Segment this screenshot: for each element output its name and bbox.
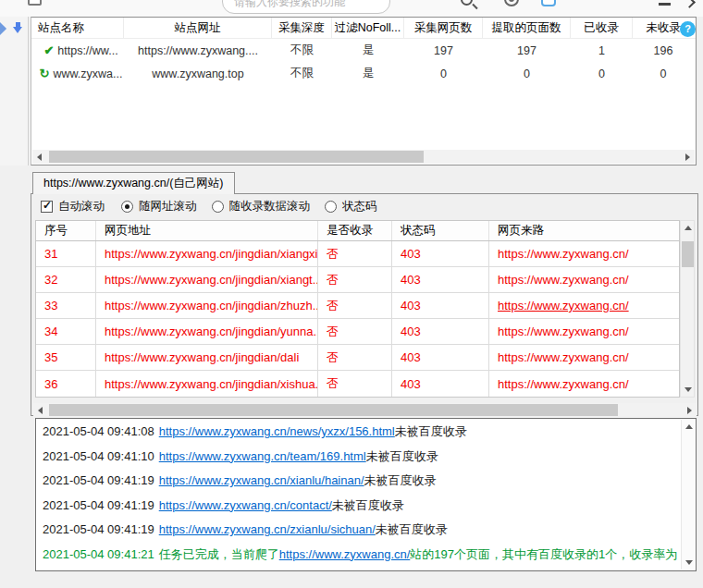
tab-site[interactable]: https://www.zyxwang.cn/(自己网站) [32, 172, 235, 194]
scroll-controls: 自动滚动 随网址滚动 随收录数据滚动 状态码 [41, 194, 377, 219]
is-indexed: 否 [318, 293, 392, 318]
sites-horizontal-scrollbar[interactable] [32, 150, 695, 164]
scroll-left-icon[interactable] [32, 150, 46, 164]
log-timestamp: 2021-05-04 09:41:08 [43, 424, 154, 438]
col-site-name[interactable]: 站点名称 [31, 18, 124, 38]
log-panel: 2021-05-04 09:41:08https://www.zyxwang.c… [35, 418, 697, 571]
arrow-up-icon[interactable] [0, 22, 6, 35]
scrollbar-thumb[interactable] [49, 151, 424, 163]
col-site-url[interactable]: 站点网址 [124, 18, 272, 38]
pages-table-body: 31 https://www.zyxwang.cn/jingdian/xiang… [36, 241, 679, 397]
top-toolbar [0, 0, 703, 17]
table-row[interactable]: 35 https://www.zyxwang.cn/jingdian/dali … [36, 345, 679, 371]
log-link[interactable]: https://www.zyxwang.cn/ [279, 547, 411, 561]
referrer: https://www.zyxwang.cn/ [489, 345, 679, 370]
col-indexed[interactable]: 已收录 [571, 18, 633, 38]
site-not-indexed: 0 [633, 67, 694, 80]
row-no: 31 [36, 241, 96, 266]
radio-option[interactable]: 随收录数据滚动 [212, 199, 311, 214]
page-url: https://www.zyxwang.cn/jingdian/xiangt..… [96, 267, 318, 292]
status-code: 403 [392, 241, 489, 266]
log-link[interactable]: https://www.zyxwang.cn/contact/ [159, 498, 332, 512]
is-indexed: 否 [318, 371, 392, 397]
col-extracted[interactable]: 提取的页面数 [483, 18, 571, 38]
site-crawled: 0 [404, 67, 483, 80]
log-entry: 2021-05-04 09:41:19https://www.zyxwang.c… [43, 518, 679, 543]
log-link[interactable]: https://www.zyxwang.cn/news/yxzx/156.htm… [159, 424, 395, 438]
is-indexed: 否 [318, 345, 392, 370]
row-no: 34 [36, 319, 96, 344]
scroll-left-icon[interactable] [33, 403, 47, 417]
scroll-up-icon[interactable] [681, 221, 695, 235]
is-indexed: 否 [318, 267, 392, 292]
table-row[interactable]: 34 https://www.zyxwang.cn/jingdian/yunna… [36, 319, 679, 345]
app-icon[interactable] [541, 0, 556, 6]
pages-table: 序号 网页地址 是否收录 状态码 网页来路 31 https://www.zyx… [35, 220, 680, 398]
table-row[interactable]: 31 https://www.zyxwang.cn/jingdian/xiang… [36, 241, 679, 267]
log-entry: 2021-05-04 09:41:08https://www.zyxwang.c… [43, 420, 679, 445]
col-referrer[interactable]: 网页来路 [489, 221, 679, 240]
log-entry: 2021-05-04 09:41:21任务已完成，当前爬了https://www… [43, 543, 679, 572]
sites-table: 站点名称 站点网址 采集深度 过滤NoFoll... 采集网页数 提取的页面数 … [31, 17, 697, 165]
col-page-url[interactable]: 网页地址 [96, 221, 318, 240]
log-entry: 2021-05-04 09:41:19https://www.zyxwang.c… [43, 469, 679, 494]
help-badge[interactable]: ? [680, 21, 696, 37]
radio-label: 状态码 [342, 199, 377, 214]
table-row[interactable]: 32 https://www.zyxwang.cn/jingdian/xiang… [36, 267, 679, 293]
site-depth: 不限 [272, 43, 332, 58]
expand-icon[interactable] [684, 0, 696, 8]
page-url: https://www.zyxwang.cn/jingdian/yunna... [96, 319, 318, 344]
log-link[interactable]: https://www.zyxwang.cn/xianlu/hainan/ [159, 473, 364, 487]
search-icon[interactable] [461, 0, 473, 6]
table-row[interactable]: ✔ https://ww... https://www.zyxwang.... … [31, 39, 696, 62]
site-status-icon: ↻ [40, 67, 50, 80]
scroll-down-icon[interactable] [681, 383, 695, 397]
referrer: https://www.zyxwang.cn/ [489, 267, 679, 292]
page-url: https://www.zyxwang.cn/jingdian/dali [96, 345, 318, 370]
site-url: https://www.zyxwang.... [124, 44, 272, 57]
log-suffix: 未被百度收录 [366, 449, 438, 463]
table-row[interactable]: ↻ www.zyxwa... www.zyxwang.top 不限 是 0 0 … [31, 62, 696, 85]
site-indexed: 0 [571, 67, 633, 80]
log-timestamp: 2021-05-04 09:41:19 [43, 522, 154, 536]
col-no[interactable]: 序号 [36, 221, 96, 240]
scroll-up-icon[interactable] [682, 420, 696, 434]
scrollbar-thumb[interactable] [49, 404, 618, 416]
radio-option[interactable]: 状态码 [325, 199, 377, 214]
scroll-down-icon[interactable] [682, 556, 696, 570]
log-link[interactable]: https://www.zyxwang.cn/team/169.html [159, 449, 366, 463]
table-row[interactable]: 36 https://www.zyxwang.cn/jingdian/xishu… [36, 371, 679, 397]
site-extracted: 197 [483, 44, 571, 57]
site-status-icon: ✔ [43, 43, 54, 57]
radio-label: 随收录数据滚动 [229, 199, 311, 214]
log-entry: 2021-05-04 09:41:10https://www.zyxwang.c… [43, 445, 679, 470]
referrer: https://www.zyxwang.cn/ [489, 319, 679, 344]
folder-icon[interactable] [28, 0, 42, 6]
referrer: https://www.zyxwang.cn/ [489, 293, 679, 318]
scroll-right-icon[interactable] [681, 150, 695, 164]
radio-icon [212, 201, 224, 213]
log-link[interactable]: https://www.zyxwang.cn/zxianlu/sichuan/ [159, 522, 376, 536]
col-depth[interactable]: 采集深度 [272, 18, 332, 38]
table-row[interactable]: 33 https://www.zyxwang.cn/jingdian/zhuzh… [36, 293, 679, 319]
site-url: www.zyxwang.top [124, 67, 272, 80]
status-code: 403 [392, 293, 489, 318]
search-input[interactable] [222, 0, 390, 14]
col-nofollow[interactable]: 过滤NoFoll... [332, 18, 404, 38]
radio-option[interactable]: 随网址滚动 [121, 199, 197, 214]
col-status-code[interactable]: 状态码 [392, 221, 489, 240]
sites-table-header: 站点名称 站点网址 采集深度 过滤NoFoll... 采集网页数 提取的页面数 … [31, 18, 696, 39]
row-no: 36 [36, 371, 96, 397]
autoscroll-checkbox[interactable]: 自动滚动 [41, 199, 105, 214]
col-is-indexed[interactable]: 是否收录 [318, 221, 392, 240]
log-timestamp: 2021-05-04 09:41:19 [43, 473, 154, 487]
minimize-icon[interactable] [659, 3, 671, 6]
pages-vertical-scrollbar[interactable] [680, 220, 695, 398]
scrollbar-thumb[interactable] [682, 241, 694, 267]
pages-horizontal-scrollbar[interactable] [33, 403, 697, 418]
site-name: www.zyxwa... [53, 67, 122, 80]
col-crawled[interactable]: 采集网页数 [404, 18, 483, 38]
log-vertical-scrollbar[interactable] [681, 420, 695, 570]
scroll-right-icon[interactable] [683, 403, 697, 417]
gear-icon[interactable] [504, 0, 519, 6]
